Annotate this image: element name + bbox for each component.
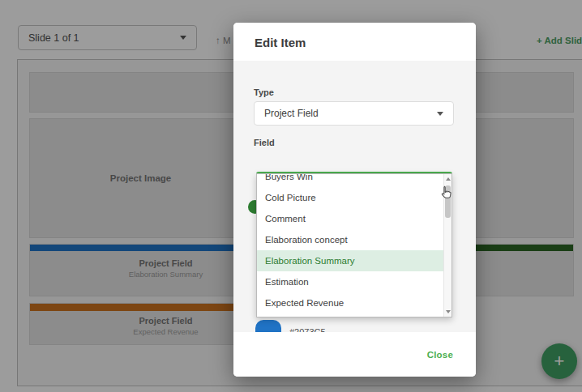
field-dropdown: Buyers Win Cold Picture Comment Elaborat… (256, 173, 452, 317)
field-option-list: Buyers Win Cold Picture Comment Elaborat… (257, 173, 443, 313)
field-label: Field (254, 138, 275, 147)
type-select[interactable]: Project Field (254, 101, 454, 126)
type-select-value: Project Field (264, 108, 319, 119)
type-label: Type (254, 87, 274, 97)
edit-item-modal: Edit Item Type Project Field Field Buyer… (233, 23, 476, 377)
field-option-elaboration-summary[interactable]: Elaboration Summary (257, 250, 443, 271)
scroll-up-icon[interactable] (444, 174, 451, 184)
field-option-comment[interactable]: Comment (257, 208, 443, 229)
field-option-buyers-win[interactable]: Buyers Win (257, 173, 443, 187)
close-button[interactable]: Close (427, 350, 453, 360)
modal-header: Edit Item (233, 23, 476, 61)
modal-title: Edit Item (255, 36, 306, 49)
field-option-elaboration-concept[interactable]: Elaboration concept (257, 229, 443, 250)
field-option-estimation[interactable]: Estimation (257, 271, 443, 292)
scroll-down-icon[interactable] (444, 307, 451, 317)
chevron-down-icon (437, 112, 443, 116)
modal-body: Type Project Field Field Buyers Win Cold… (233, 61, 476, 332)
field-option-cold-picture[interactable]: Cold Picture (257, 187, 443, 208)
modal-footer: Close (233, 332, 476, 377)
field-option-expected-revenue[interactable]: Expected Revenue (257, 292, 443, 313)
hand-cursor-icon (438, 185, 451, 203)
